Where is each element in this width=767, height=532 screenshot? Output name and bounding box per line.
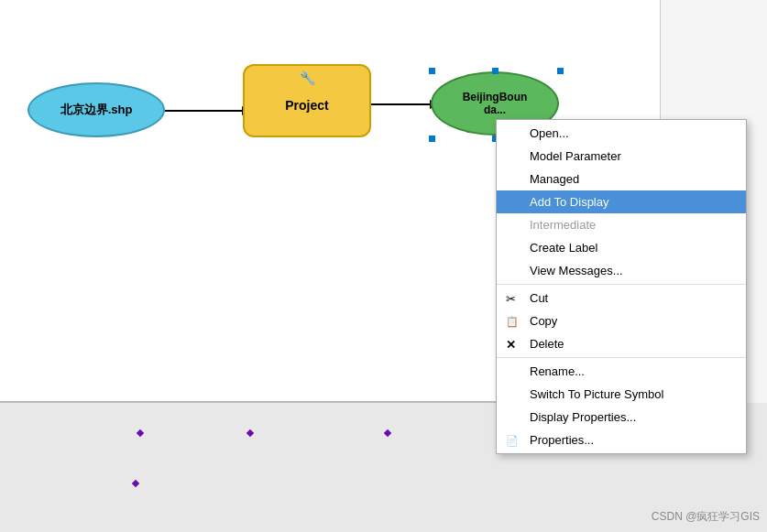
ctx-delete-label: Delete <box>530 337 564 351</box>
copy-icon: 📋 <box>506 315 519 327</box>
ctx-intermediate: Intermediate <box>497 213 746 236</box>
ctx-rename[interactable]: Rename... <box>497 360 746 383</box>
arrow-1 <box>165 110 243 112</box>
ctx-model-parameter[interactable]: Model Parameter <box>497 145 746 168</box>
canvas-area: 北京边界.shp 🔧 Project BeijingBounda... Open… <box>0 0 660 403</box>
ctx-copy[interactable]: 📋 Copy <box>497 309 746 332</box>
sel-handle-tl <box>429 68 435 74</box>
ctx-view-messages[interactable]: View Messages... <box>497 259 746 282</box>
sel-handle-tr <box>557 68 564 74</box>
context-menu: Open... Model Parameter Managed Add To D… <box>496 119 747 454</box>
input-node-label: 北京边界.shp <box>60 102 133 118</box>
ctx-cut[interactable]: ✂ Cut <box>497 287 746 309</box>
dot-2 <box>247 429 254 437</box>
arrow-2 <box>371 103 431 105</box>
watermark-text: CSDN @疯狂学习GIS <box>652 510 760 523</box>
ctx-copy-label: Copy <box>530 314 557 328</box>
sel-handle-tm <box>492 68 499 74</box>
ctx-display-properties-label: Display Properties... <box>530 410 636 424</box>
ctx-intermediate-label: Intermediate <box>530 218 596 232</box>
ctx-sep-1 <box>497 284 746 285</box>
ctx-rename-label: Rename... <box>530 364 585 378</box>
ctx-managed-label: Managed <box>530 172 579 186</box>
ctx-create-label-label: Create Label <box>530 241 597 255</box>
ctx-managed[interactable]: Managed <box>497 168 746 190</box>
ctx-properties[interactable]: 📄 Properties... <box>497 429 746 451</box>
cut-icon: ✂ <box>506 291 516 305</box>
input-node[interactable]: 北京边界.shp <box>27 82 165 137</box>
ctx-open-label: Open... <box>530 126 569 140</box>
ctx-open[interactable]: Open... <box>497 122 746 145</box>
sel-handle-bl <box>429 136 435 142</box>
process-node[interactable]: 🔧 Project <box>243 64 371 137</box>
output-node-label: BeijingBounda... <box>463 91 528 117</box>
ctx-create-label[interactable]: Create Label <box>497 236 746 259</box>
ctx-add-to-display[interactable]: Add To Display <box>497 190 746 213</box>
ctx-display-properties[interactable]: Display Properties... <box>497 406 746 429</box>
process-node-label: Project <box>285 98 328 113</box>
ctx-model-parameter-label: Model Parameter <box>530 149 621 163</box>
ctx-switch-picture-label: Switch To Picture Symbol <box>530 387 663 401</box>
ctx-delete[interactable]: ✕ Delete <box>497 332 746 355</box>
ctx-properties-label: Properties... <box>530 433 594 447</box>
wrench-icon: 🔧 <box>300 71 315 85</box>
ctx-view-messages-label: View Messages... <box>530 264 623 277</box>
ctx-cut-label: Cut <box>530 291 548 305</box>
properties-icon: 📄 <box>506 434 519 446</box>
ctx-add-to-display-label: Add To Display <box>530 195 608 209</box>
dot-4 <box>132 480 139 487</box>
dot-1 <box>137 429 144 437</box>
ctx-switch-picture[interactable]: Switch To Picture Symbol <box>497 383 746 406</box>
ctx-sep-2 <box>497 357 746 358</box>
delete-icon: ✕ <box>506 337 516 351</box>
watermark: CSDN @疯狂学习GIS <box>652 509 760 525</box>
dot-3 <box>384 429 391 437</box>
